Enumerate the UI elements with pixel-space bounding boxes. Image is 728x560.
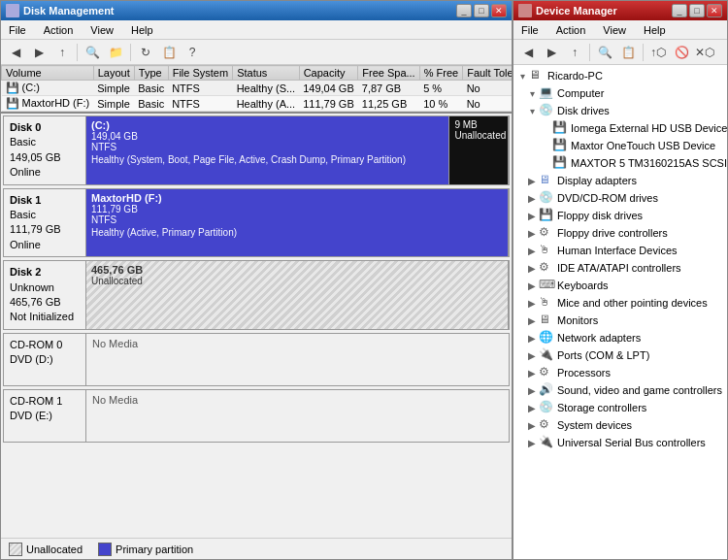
monitors-toggle[interactable]: ▶ <box>525 313 539 327</box>
ide-toggle[interactable]: ▶ <box>525 261 539 275</box>
tree-dvd[interactable]: ▶ 💿 DVD/CD-ROM drives <box>515 189 725 207</box>
network-toggle[interactable]: ▶ <box>525 331 539 345</box>
tree-display[interactable]: ▶ 🖥 Display adapters <box>515 172 725 189</box>
tree-hid[interactable]: ▶ 🖱 Human Interface Devices <box>515 242 725 259</box>
tree-floppy-ctrl[interactable]: ▶ ⚙ Floppy drive controllers <box>515 224 725 242</box>
disk-mgmt-toolbar: ◀ ▶ ↑ 🔍 📁 ↻ 📋 ? <box>1 40 512 65</box>
disk-2-partitions: 465,76 GB Unallocated <box>86 261 509 329</box>
forward-button[interactable]: ▶ <box>28 42 50 63</box>
menu-help[interactable]: Help <box>127 23 157 37</box>
mice-toggle[interactable]: ▶ <box>525 296 539 310</box>
tree-ports[interactable]: ▶ 🔌 Ports (COM & LPT) <box>515 346 725 364</box>
disk-1-partition-f[interactable]: MaxtorHD (F:) 111,79 GB NTFS Healthy (Ac… <box>86 189 509 257</box>
legend-primary-label: Primary partition <box>116 544 193 555</box>
disk-0-partition-c[interactable]: (C:) 149,04 GB NTFS Healthy (System, Boo… <box>86 116 449 184</box>
processors-toggle[interactable]: ▶ <box>525 366 539 379</box>
display-label: Display adapters <box>557 175 637 186</box>
minimize-button[interactable]: _ <box>456 4 472 17</box>
ports-toggle[interactable]: ▶ <box>525 348 539 362</box>
disk-2-unallocated[interactable]: 465,76 GB Unallocated <box>86 261 509 329</box>
tree-keyboards[interactable]: ▶ ⌨ Keyboards <box>515 277 725 294</box>
tree-ide[interactable]: ▶ ⚙ IDE ATA/ATAPI controllers <box>515 259 725 277</box>
hid-toggle[interactable]: ▶ <box>525 244 539 257</box>
computer-toggle[interactable]: ▾ <box>525 86 539 100</box>
floppy-disk-toggle[interactable]: ▶ <box>525 209 539 222</box>
ports-label: Ports (COM & LPT) <box>557 349 649 361</box>
table-row[interactable]: 💾 (C:) Simple Basic NTFS Healthy (S... 1… <box>2 81 513 96</box>
tree-disk-drives[interactable]: ▾ 💿 Disk drives <box>515 102 725 119</box>
storage-toggle[interactable]: ▶ <box>525 401 539 414</box>
dev-menu-help[interactable]: Help <box>640 23 670 37</box>
dev-minimize-button[interactable]: _ <box>672 4 687 17</box>
tree-maxtor-scsi[interactable]: 💾 MAXTOR 5 TM3160215AS SCSI Disk Device <box>515 154 725 172</box>
cell-volume: 💾 (C:) <box>2 81 94 96</box>
cdrom-0-name: CD-ROM 0 <box>10 338 80 352</box>
dev-uninstall-button[interactable]: ✕⬡ <box>694 42 715 63</box>
partition-c-desc: Healthy (System, Boot, Page File, Active… <box>91 154 444 165</box>
dev-disable-button[interactable]: 🚫 <box>671 42 692 63</box>
menu-action[interactable]: Action <box>40 23 78 37</box>
folder-button[interactable]: 📁 <box>105 42 126 63</box>
dev-forward-button[interactable]: ▶ <box>541 42 562 63</box>
keyboards-label: Keyboards <box>557 280 609 291</box>
dev-maximize-button[interactable]: □ <box>689 4 705 17</box>
dev-search-button[interactable]: 🔍 <box>594 42 615 63</box>
partition-f-desc: Healthy (Active, Primary Partition) <box>91 227 503 238</box>
computer-cat-icon: 💻 <box>539 85 554 101</box>
dev-up-button[interactable]: ↑ <box>564 42 585 63</box>
back-button[interactable]: ◀ <box>5 42 26 63</box>
tree-system[interactable]: ▶ ⚙ System devices <box>515 416 725 434</box>
floppy-ctrl-icon: ⚙ <box>539 225 554 241</box>
disk-view-area: Disk 0 Basic 149,05 GB Online (C:) 149,0… <box>1 114 512 538</box>
dev-back-button[interactable]: ◀ <box>517 42 539 63</box>
dev-properties-button[interactable]: 📋 <box>617 42 639 63</box>
storage-label: Storage controllers <box>557 402 646 413</box>
tree-iomega[interactable]: 💾 Iomega External HD USB Device <box>515 119 725 137</box>
tree-maxtor-onetouch[interactable]: 💾 Maxtor OneTouch USB Device <box>515 137 725 154</box>
tree-network[interactable]: ▶ 🌐 Network adapters <box>515 329 725 346</box>
tree-mice[interactable]: ▶ 🖱 Mice and other pointing devices <box>515 294 725 312</box>
tree-sound[interactable]: ▶ 🔊 Sound, video and game controllers <box>515 381 725 399</box>
disk-drives-icon: 💿 <box>539 103 554 118</box>
tree-floppy-disk[interactable]: ▶ 💾 Floppy disk drives <box>515 207 725 224</box>
disk-0-unallocated[interactable]: 9 MB Unallocated <box>449 116 509 184</box>
dev-update-button[interactable]: ↑⬡ <box>647 42 669 63</box>
tree-computer[interactable]: ▾ 💻 Computer <box>515 84 725 102</box>
floppy-ctrl-toggle[interactable]: ▶ <box>525 226 539 240</box>
refresh-button[interactable]: ↻ <box>135 42 156 63</box>
maximize-button[interactable]: □ <box>474 4 489 17</box>
sound-toggle[interactable]: ▶ <box>525 383 539 397</box>
col-fs: File System <box>168 66 232 81</box>
disk-drives-toggle[interactable]: ▾ <box>525 104 539 117</box>
system-icon: ⚙ <box>539 417 554 433</box>
menu-file[interactable]: File <box>5 23 30 37</box>
tree-root[interactable]: ▾ 🖥 Ricardo-PC <box>515 67 725 84</box>
dev-menu-view[interactable]: View <box>599 23 630 37</box>
display-toggle[interactable]: ▶ <box>525 174 539 187</box>
dev-mgr-icon <box>518 4 532 17</box>
table-row[interactable]: 💾 MaxtorHD (F:) Simple Basic NTFS Health… <box>2 96 513 112</box>
keyboards-toggle[interactable]: ▶ <box>525 279 539 292</box>
menu-view[interactable]: View <box>86 23 117 37</box>
help-button[interactable]: ? <box>182 42 203 63</box>
usb-toggle[interactable]: ▶ <box>525 436 539 449</box>
dev-menu-action[interactable]: Action <box>552 23 590 37</box>
tree-storage[interactable]: ▶ 💿 Storage controllers <box>515 399 725 416</box>
close-button[interactable]: ✕ <box>491 4 507 17</box>
tree-monitors[interactable]: ▶ 🖥 Monitors <box>515 312 725 329</box>
floppy-ctrl-label: Floppy drive controllers <box>557 227 668 239</box>
mice-icon: 🖱 <box>539 295 554 311</box>
disk-management-window: Disk Management _ □ ✕ File Action View H… <box>0 0 513 560</box>
dvd-toggle[interactable]: ▶ <box>525 191 539 205</box>
tree-processors[interactable]: ▶ ⚙ Processors <box>515 364 725 381</box>
search-button[interactable]: 🔍 <box>82 42 103 63</box>
legend-unalloc-label: Unallocated <box>26 544 83 555</box>
up-button[interactable]: ↑ <box>51 42 73 63</box>
disk-2-row: Disk 2 Unknown 465,76 GB Not Initialized… <box>3 260 510 330</box>
dev-menu-file[interactable]: File <box>517 23 543 37</box>
dev-close-button[interactable]: ✕ <box>707 4 722 17</box>
system-toggle[interactable]: ▶ <box>525 418 539 432</box>
root-toggle[interactable]: ▾ <box>515 69 529 82</box>
properties-button[interactable]: 📋 <box>158 42 180 63</box>
tree-usb[interactable]: ▶ 🔌 Universal Serial Bus controllers <box>515 434 725 451</box>
